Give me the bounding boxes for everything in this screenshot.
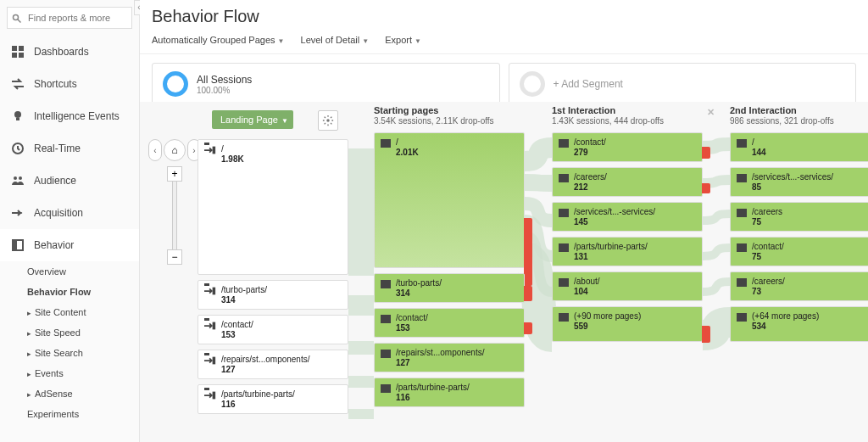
nav-realtime[interactable]: Real-Time bbox=[0, 132, 139, 165]
page-icon bbox=[559, 174, 569, 182]
svg-point-0 bbox=[14, 15, 19, 20]
dropoff-bar bbox=[524, 322, 532, 334]
dimension-selector[interactable]: Landing Page▼ bbox=[212, 110, 293, 129]
flow-col-landing: /1.98K /turbo-parts/314 /contact/153 /re… bbox=[198, 139, 348, 419]
page-icon bbox=[559, 209, 569, 217]
svg-rect-12 bbox=[13, 240, 17, 250]
flow-home[interactable]: ⌂ bbox=[164, 139, 186, 161]
segment-empty-icon bbox=[520, 71, 545, 97]
search-icon bbox=[12, 12, 22, 22]
flow-node[interactable]: /144 bbox=[730, 132, 868, 162]
flow-node-more[interactable]: (+64 more pages)534 bbox=[730, 306, 868, 342]
zoom-slider[interactable] bbox=[172, 182, 177, 249]
zoom-out[interactable]: − bbox=[167, 249, 182, 265]
subnav-site-content[interactable]: ▸Site Content bbox=[27, 302, 139, 322]
flow-node[interactable]: /parts/turbine-parts/116 bbox=[374, 378, 525, 407]
flow-node[interactable]: /contact/153 bbox=[198, 315, 348, 344]
flow-node[interactable]: /parts/turbine-parts/131 bbox=[552, 237, 703, 266]
flow-prev[interactable]: ‹ bbox=[148, 139, 162, 161]
entry-icon bbox=[204, 391, 216, 400]
audience-icon bbox=[10, 173, 25, 188]
nav-intelligence[interactable]: Intelligence Events bbox=[0, 100, 139, 132]
nav-label: Audience bbox=[34, 175, 76, 187]
svg-rect-7 bbox=[16, 118, 19, 120]
flow-node[interactable]: /services/t...-services/145 bbox=[552, 202, 703, 232]
page-icon bbox=[381, 315, 391, 323]
nav-behavior[interactable]: Behavior bbox=[0, 229, 139, 261]
entry-icon bbox=[204, 356, 216, 365]
nav-label: Shortcuts bbox=[34, 78, 77, 90]
nav-label: Acquisition bbox=[34, 207, 83, 219]
subnav-adsense[interactable]: ▸AdSense bbox=[27, 383, 139, 404]
flow-node[interactable]: /careers/212 bbox=[552, 167, 703, 197]
subnav-experiments[interactable]: Experiments bbox=[27, 404, 139, 424]
nav-dashboards[interactable]: Dashboards bbox=[0, 36, 139, 68]
page-icon bbox=[737, 209, 747, 217]
flow-node-more[interactable]: (+90 more pages)559 bbox=[552, 306, 703, 342]
tb-export[interactable]: Export▼ bbox=[385, 35, 421, 45]
dropoff-bar bbox=[524, 286, 532, 301]
col-remove-icon[interactable]: ✕ bbox=[707, 107, 715, 118]
flow-col-first: 1st Interaction✕1.43K sessions, 444 drop… bbox=[552, 105, 703, 347]
dropoff-bar bbox=[702, 147, 710, 159]
col-title: Starting pages3.54K sessions, 2.11K drop… bbox=[374, 105, 525, 126]
nav-audience[interactable]: Audience bbox=[0, 165, 139, 197]
dimension-settings[interactable] bbox=[318, 110, 338, 131]
subnav-site-speed[interactable]: ▸Site Speed bbox=[27, 322, 139, 343]
search-input[interactable] bbox=[7, 7, 132, 29]
flow-canvas: Landing Page▼ ‹ ⌂ › + − /1.98K bbox=[140, 102, 868, 442]
nav-acquisition[interactable]: Acquisition bbox=[0, 197, 139, 229]
zoom-in[interactable]: + bbox=[167, 166, 182, 182]
sidebar: ‹ Dashboards Shortcuts Intelligence Even… bbox=[0, 0, 140, 442]
svg-line-1 bbox=[18, 20, 21, 23]
flow-node[interactable]: /1.98K bbox=[198, 139, 348, 275]
flow-node[interactable]: /services/t...-services/85 bbox=[730, 167, 868, 197]
flow-controls: ‹ ⌂ › + − bbox=[148, 139, 201, 265]
nav-label: Behavior bbox=[34, 239, 74, 251]
page-icon bbox=[559, 313, 569, 322]
clock-icon bbox=[10, 141, 25, 156]
svg-rect-14 bbox=[213, 147, 216, 154]
svg-rect-3 bbox=[19, 46, 24, 51]
dashboard-icon bbox=[10, 44, 25, 59]
flow-node[interactable]: /repairs/st...omponents/127 bbox=[198, 350, 348, 379]
flow-node[interactable]: /parts/turbine-parts/116 bbox=[198, 384, 348, 414]
nav-label: Intelligence Events bbox=[34, 110, 120, 122]
flow-node[interactable]: /repairs/st...omponents/127 bbox=[374, 343, 525, 372]
tb-grouped[interactable]: Automatically Grouped Pages▼ bbox=[152, 35, 284, 45]
page-icon bbox=[381, 350, 391, 358]
flow-node[interactable]: /contact/279 bbox=[552, 132, 703, 162]
segment-all-sessions[interactable]: All Sessions 100.00% bbox=[152, 63, 500, 105]
page-icon bbox=[737, 139, 747, 148]
col-title: 1st Interaction✕1.43K sessions, 444 drop… bbox=[552, 105, 703, 126]
bulb-icon bbox=[10, 109, 25, 124]
subnav-site-search[interactable]: ▸Site Search bbox=[27, 343, 139, 363]
subnav-overview[interactable]: Overview bbox=[27, 261, 139, 282]
flow-node[interactable]: /turbo-parts/314 bbox=[198, 280, 348, 310]
svg-rect-17 bbox=[213, 357, 216, 365]
segment-add[interactable]: + Add Segment bbox=[509, 63, 857, 105]
flow-node[interactable]: /careers/73 bbox=[730, 271, 868, 301]
flow-col-second: 2nd Interaction✕986 sessions, 321 drop-o… bbox=[730, 105, 868, 347]
page-icon bbox=[559, 139, 569, 148]
page-icon bbox=[737, 278, 747, 287]
page-icon bbox=[381, 280, 391, 288]
entry-icon bbox=[204, 287, 216, 295]
flow-node[interactable]: /contact/153 bbox=[374, 308, 525, 338]
page-title: Behavior Flow bbox=[140, 0, 868, 31]
flow-node[interactable]: /2.01K bbox=[374, 132, 525, 268]
flow-node[interactable]: /contact/75 bbox=[730, 237, 868, 266]
nav-shortcuts[interactable]: Shortcuts bbox=[0, 68, 139, 100]
page-icon bbox=[737, 174, 747, 182]
nav-label: Dashboards bbox=[34, 46, 89, 58]
flow-node[interactable]: /careers75 bbox=[730, 202, 868, 232]
svg-rect-4 bbox=[12, 53, 17, 58]
svg-point-9 bbox=[14, 176, 17, 180]
flow-node[interactable]: /turbo-parts/314 bbox=[374, 273, 525, 303]
flow-node[interactable]: /about/104 bbox=[552, 271, 703, 301]
subnav-behavior-flow[interactable]: Behavior Flow bbox=[27, 282, 139, 302]
tb-detail[interactable]: Level of Detail▼ bbox=[301, 35, 370, 45]
page-icon bbox=[381, 384, 391, 393]
subnav-events[interactable]: ▸Events bbox=[27, 363, 139, 383]
toolbar: Automatically Grouped Pages▼ Level of De… bbox=[140, 31, 868, 54]
